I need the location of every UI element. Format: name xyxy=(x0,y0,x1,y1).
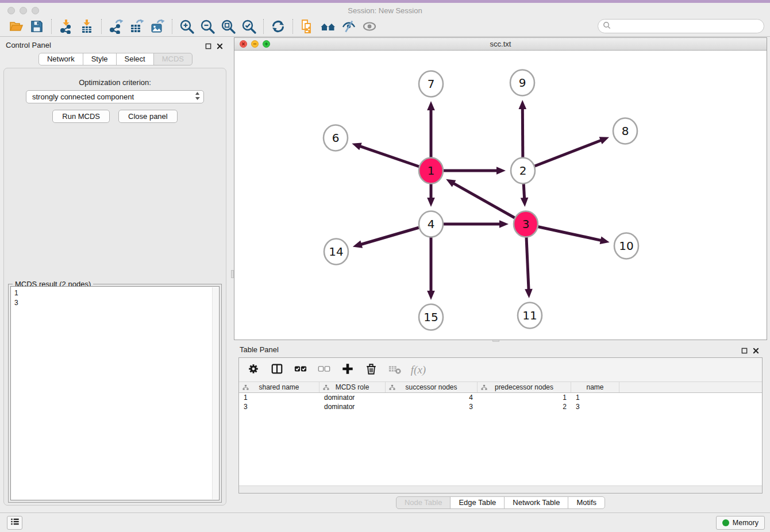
graph-node-3[interactable]: 3 xyxy=(514,211,538,237)
zoom-in-button[interactable] xyxy=(176,17,197,36)
search-field[interactable] xyxy=(598,19,764,33)
column-header-mcds-role[interactable]: MCDS role xyxy=(319,382,386,392)
table-cell[interactable]: 3 xyxy=(386,402,478,411)
graph-node-15[interactable]: 15 xyxy=(419,304,443,330)
column-header-name[interactable]: name xyxy=(571,382,619,392)
add-column-button[interactable] xyxy=(341,363,355,377)
tab-edge-table[interactable]: Edge Table xyxy=(450,496,505,509)
table-cell[interactable]: dominator xyxy=(319,393,386,402)
apply-layout-button[interactable] xyxy=(318,17,338,36)
graph-node-14[interactable]: 14 xyxy=(324,239,348,265)
tab-network-table[interactable]: Network Table xyxy=(504,496,568,509)
graph-edge-2-8[interactable] xyxy=(523,137,609,171)
mcds-tab-content: Optimization criterion: strongly connect… xyxy=(3,68,226,506)
function-builder-button: f(x) xyxy=(411,363,425,377)
table-panel: Table Panel f(x) shared nameMCDS rolesuc… xyxy=(234,342,767,510)
import-network-button[interactable] xyxy=(56,17,76,36)
graph-node-7[interactable]: 7 xyxy=(419,71,443,97)
table-panel-title: Table Panel xyxy=(240,345,279,354)
mcds-result-text[interactable]: 13 xyxy=(10,286,220,500)
table-horizontal-scrollbar[interactable] xyxy=(239,485,762,493)
tab-mcds[interactable]: MCDS xyxy=(153,53,192,65)
deselect-all-checkboxes-button[interactable] xyxy=(317,363,331,377)
column-header-shared-name[interactable]: shared name xyxy=(239,382,319,392)
graph-edge-3-10[interactable] xyxy=(526,224,610,244)
toolbar-separator xyxy=(101,19,102,34)
tab-network[interactable]: Network xyxy=(38,53,83,65)
graph-node-2[interactable]: 2 xyxy=(511,158,535,184)
save-session-button[interactable] xyxy=(26,17,47,36)
table-panel-tabs: Node TableEdge TableNetwork TableMotifs xyxy=(234,496,767,509)
delete-column-button[interactable] xyxy=(364,363,378,377)
table-cell[interactable]: 1 xyxy=(478,393,571,402)
network-canvas[interactable]: 7968124314101511 xyxy=(234,51,767,340)
column-header-successor-nodes[interactable]: successor nodes xyxy=(386,382,478,392)
column-tree-icon xyxy=(481,384,487,392)
gear-button[interactable] xyxy=(247,363,260,377)
refresh-icon xyxy=(271,19,286,34)
graph-node-label: 7 xyxy=(428,77,435,91)
toolbar-separator xyxy=(292,19,293,34)
result-scrollbar-track[interactable] xyxy=(212,287,218,499)
criterion-select[interactable]: strongly connected component xyxy=(26,90,204,103)
split-columns-button[interactable] xyxy=(270,363,284,377)
export-table-button[interactable] xyxy=(126,17,147,36)
new-network-view-button[interactable] xyxy=(297,17,318,36)
column-tree-icon xyxy=(389,384,395,392)
export-network-icon xyxy=(109,19,124,34)
table-cell[interactable]: dominator xyxy=(319,402,386,411)
graph-edge-3-1[interactable] xyxy=(446,179,526,224)
network-view-titlebar[interactable]: scc.txt xyxy=(234,38,767,51)
close-table-panel-icon[interactable] xyxy=(753,346,759,356)
refresh-button[interactable] xyxy=(268,17,288,36)
select-all-checkboxes-button[interactable] xyxy=(294,363,307,377)
tab-style[interactable]: Style xyxy=(83,53,117,65)
table-cell[interactable]: 2 xyxy=(478,402,571,411)
list-icon xyxy=(10,517,20,529)
delete-table-icon xyxy=(388,363,401,377)
table-cell[interactable]: 4 xyxy=(386,393,478,402)
search-input[interactable] xyxy=(614,22,759,30)
graph-node-9[interactable]: 9 xyxy=(510,70,534,96)
graph-node-label: 1 xyxy=(428,164,435,178)
hide-selected-button[interactable] xyxy=(338,17,359,36)
export-network-button[interactable] xyxy=(106,17,126,36)
table-cell[interactable]: 1 xyxy=(571,393,619,402)
column-header-predecessor-nodes[interactable]: predecessor nodes xyxy=(478,382,571,392)
zoom-out-button[interactable] xyxy=(197,17,218,36)
import-table-button[interactable] xyxy=(76,17,97,36)
table-cell[interactable]: 3 xyxy=(239,402,319,411)
float-panel-icon[interactable] xyxy=(205,41,211,52)
close-panel-icon[interactable] xyxy=(217,41,223,52)
graph-node-4[interactable]: 4 xyxy=(419,211,443,237)
import-network-icon xyxy=(59,19,74,34)
graph-node-label: 6 xyxy=(332,131,340,145)
open-session-button[interactable] xyxy=(6,17,26,36)
zoom-fit-button[interactable] xyxy=(218,17,238,36)
tab-select[interactable]: Select xyxy=(116,53,154,65)
graph-node-1[interactable]: 1 xyxy=(419,158,443,184)
close-panel-button[interactable]: Close panel xyxy=(118,110,178,123)
delete-column-icon xyxy=(365,363,378,377)
tab-node-table[interactable]: Node Table xyxy=(396,496,451,509)
export-image-button[interactable] xyxy=(147,17,168,36)
zoom-selected-button[interactable] xyxy=(238,17,259,36)
memory-button[interactable]: Memory xyxy=(716,516,765,530)
graph-node-6[interactable]: 6 xyxy=(324,125,348,151)
table-toolbar: f(x) xyxy=(239,358,762,381)
table-row[interactable]: 1dominator411 xyxy=(239,393,762,402)
panels-menu-button[interactable] xyxy=(7,516,22,530)
table-row[interactable]: 3dominator323 xyxy=(239,402,762,411)
run-mcds-button[interactable]: Run MCDS xyxy=(52,110,110,123)
show-all-button[interactable] xyxy=(359,17,380,36)
tab-motifs[interactable]: Motifs xyxy=(568,496,605,509)
graph-node-11[interactable]: 11 xyxy=(518,303,542,329)
graph-node-10[interactable]: 10 xyxy=(614,233,638,259)
select-stepper-icon xyxy=(195,91,200,102)
graph-node-label: 10 xyxy=(619,239,633,253)
graph-node-8[interactable]: 8 xyxy=(613,118,637,144)
table-cell[interactable]: 3 xyxy=(571,402,619,411)
control-panel-title: Control Panel xyxy=(6,41,51,49)
float-table-panel-icon[interactable] xyxy=(741,346,748,356)
table-cell[interactable]: 1 xyxy=(239,393,319,402)
